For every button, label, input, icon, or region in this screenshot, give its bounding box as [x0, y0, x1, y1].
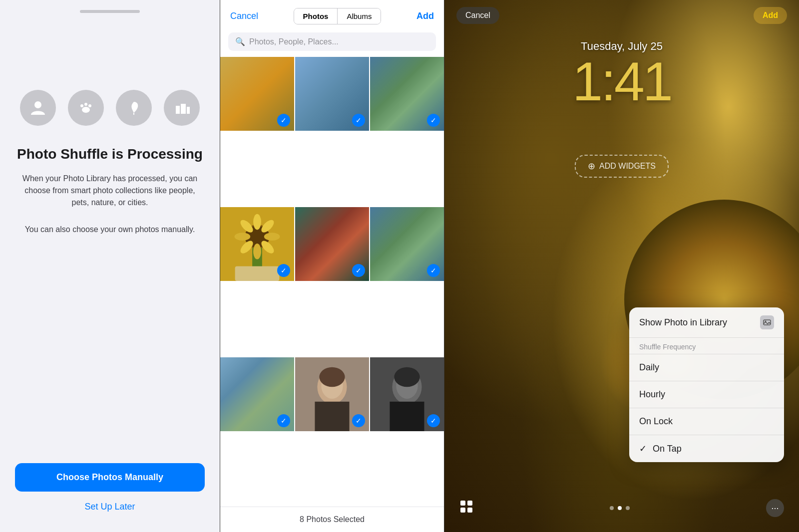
svg-rect-38 — [460, 501, 465, 506]
svg-rect-40 — [460, 508, 465, 513]
lockscreen-bottom-bar: ··· — [444, 499, 799, 517]
add-widgets-area[interactable]: ⊕ ADD WIDGETS — [444, 155, 799, 178]
check-badge: ✓ — [352, 414, 365, 427]
photo-cell-crab[interactable]: ✓ — [295, 207, 369, 281]
shuffle-frequency-header: Shuffle Frequency — [629, 338, 784, 354]
photo-grid: ✓ ✓ ✓ — [220, 57, 444, 507]
search-placeholder-text: Photos, People, Places... — [249, 37, 339, 46]
check-badge: ✓ — [427, 414, 440, 427]
svg-point-17 — [253, 214, 261, 230]
dot-2 — [618, 506, 622, 510]
ellipsis-icon: ··· — [771, 503, 779, 514]
shuffle-title: Photo Shuffle is Processing — [17, 146, 203, 163]
category-icons — [20, 90, 200, 126]
panel-photos-picker: Cancel Photos Albums Add 🔍 Photos, Peopl… — [220, 0, 444, 532]
svg-rect-10 — [179, 107, 180, 108]
show-photo-label: Show Photo in Library — [639, 317, 727, 328]
photo-cell-wheat[interactable]: ✓ — [370, 207, 444, 281]
svg-rect-30 — [315, 402, 349, 431]
photo-cell-top3[interactable]: ✓ — [370, 57, 444, 131]
photo-cell-top2[interactable]: ✓ — [295, 57, 369, 131]
photo-cell-portrait2[interactable]: ✓ — [370, 357, 444, 431]
svg-point-1 — [82, 107, 90, 113]
add-widgets-label: ADD WIDGETS — [599, 162, 656, 171]
svg-point-21 — [253, 244, 261, 260]
svg-point-2 — [80, 104, 83, 107]
on-tap-label: On Tap — [653, 444, 682, 454]
svg-rect-25 — [235, 266, 280, 281]
check-badge: ✓ — [277, 414, 290, 427]
photo-cell-portrait1[interactable]: ✓ — [295, 357, 369, 431]
plus-icon: ⊕ — [588, 161, 595, 172]
svg-point-0 — [34, 101, 41, 108]
svg-point-34 — [394, 367, 419, 387]
lockscreen-time: 1:41 — [444, 54, 799, 109]
on-lock-label: On Lock — [639, 416, 673, 427]
hourly-option[interactable]: Hourly — [629, 381, 784, 408]
svg-rect-7 — [181, 104, 186, 114]
on-lock-option[interactable]: On Lock — [629, 408, 784, 435]
check-badge: ✓ — [352, 114, 365, 127]
picker-footer: 8 Photos Selected — [220, 507, 444, 532]
search-icon: 🔍 — [235, 37, 245, 46]
selected-count: 8 Photos Selected — [300, 515, 365, 524]
check-badge: ✓ — [427, 114, 440, 127]
daily-option[interactable]: Daily — [629, 354, 784, 381]
svg-rect-39 — [467, 501, 472, 506]
wallpaper-grid-icon[interactable] — [459, 500, 473, 517]
tab-photos[interactable]: Photos — [294, 8, 338, 24]
photo-library-icon — [760, 315, 774, 329]
context-menu: Show Photo in Library Shuffle Frequency … — [629, 307, 784, 462]
choose-photos-button[interactable]: Choose Photos Manually — [15, 463, 205, 492]
svg-point-23 — [235, 233, 251, 241]
picker-add-button[interactable]: Add — [416, 11, 434, 21]
search-bar[interactable]: 🔍 Photos, People, Places... — [228, 32, 436, 51]
more-options-button[interactable]: ··· — [766, 499, 784, 517]
svg-rect-9 — [177, 107, 178, 108]
paw-icon — [68, 90, 104, 126]
check-badge: ✓ — [277, 264, 290, 277]
svg-rect-35 — [390, 402, 424, 431]
dot-3 — [626, 506, 630, 510]
picker-cancel-button[interactable]: Cancel — [230, 11, 258, 21]
shuffle-desc1: When your Photo Library has processed, y… — [15, 173, 205, 209]
svg-rect-12 — [184, 105, 185, 106]
photo-cell-sunflowers[interactable]: ✓ — [220, 207, 294, 281]
setup-later-link[interactable]: Set Up Later — [84, 502, 135, 512]
photo-cell-top1[interactable]: ✓ — [220, 57, 294, 131]
add-widgets-pill[interactable]: ⊕ ADD WIDGETS — [575, 155, 669, 178]
shuffle-desc2: You can also choose your own photos manu… — [25, 224, 195, 236]
picker-tabs: Photos Albums — [294, 8, 382, 24]
lockscreen-top-bar: Cancel Add — [444, 0, 799, 31]
tab-albums[interactable]: Albums — [338, 8, 381, 24]
hourly-label: Hourly — [639, 389, 665, 400]
city-icon — [164, 90, 200, 126]
lockscreen-add-button[interactable]: Add — [754, 7, 787, 24]
lockscreen-cancel-button[interactable]: Cancel — [456, 7, 499, 24]
phone-notch — [80, 10, 140, 13]
on-tap-checkmark: ✓ — [639, 443, 647, 454]
panel-lock-screen: Cancel Add Tuesday, July 25 1:41 ⊕ ADD W… — [444, 0, 799, 532]
daily-label: Daily — [639, 362, 659, 373]
show-photo-library-item[interactable]: Show Photo in Library — [629, 307, 784, 338]
svg-rect-11 — [182, 105, 183, 106]
check-badge: ✓ — [352, 264, 365, 277]
picker-header: Cancel Photos Albums Add — [220, 0, 444, 32]
svg-rect-8 — [187, 107, 190, 114]
check-badge: ✓ — [277, 114, 290, 127]
svg-point-19 — [264, 233, 280, 241]
svg-point-4 — [88, 104, 91, 107]
on-tap-row: ✓ On Tap — [639, 443, 682, 454]
photo-cell-landscape[interactable]: ✓ — [220, 357, 294, 431]
person-icon — [20, 90, 56, 126]
svg-rect-41 — [467, 508, 472, 513]
page-dots — [610, 506, 630, 510]
svg-point-29 — [319, 367, 345, 387]
leaf-icon — [116, 90, 152, 126]
check-badge: ✓ — [427, 264, 440, 277]
panel-photo-shuffle: Photo Shuffle is Processing When your Ph… — [0, 0, 220, 532]
dot-1 — [610, 506, 614, 510]
on-tap-option[interactable]: ✓ On Tap — [629, 435, 784, 462]
svg-point-3 — [84, 103, 87, 106]
